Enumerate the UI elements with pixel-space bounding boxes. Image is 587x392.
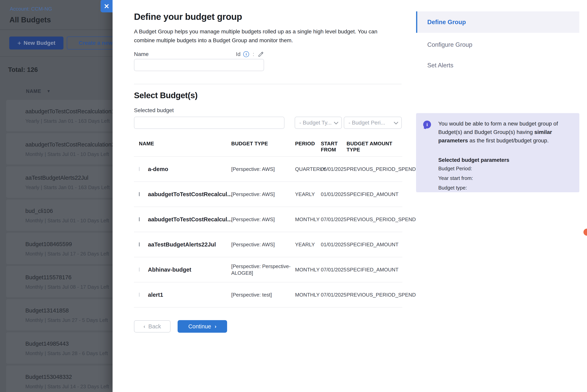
row-amount: SPECIFIED_AMOUNT [346, 267, 402, 273]
chevron-down-icon [394, 120, 398, 124]
row-name: aabudgetToTestCostRecalcul... [148, 216, 231, 223]
row-type: [Perspective: AWS] [231, 166, 295, 172]
selected-budget-label: Selected budget [134, 107, 174, 114]
budget-card[interactable]: bud_cli106 Monthly | Starts Jul 01 - 10 … [6, 200, 116, 231]
budget-card-meta: Monthly | Starts Jun 27 - 5 Days Left [25, 317, 108, 323]
col-header-name: NAME [139, 140, 231, 153]
sort-caret-icon: ▼ [47, 89, 51, 94]
budget-card[interactable]: aabudgetToTestCostRecalculation1 Yearly … [6, 100, 116, 132]
param-budget-period: Budget Period: [438, 164, 473, 174]
page-title: All Budgets [10, 16, 51, 24]
new-budget-button[interactable]: + New Budget [9, 36, 64, 50]
budget-type-filter-select[interactable]: - Budget Ty... [295, 117, 342, 129]
step-define-group-label: Define Group [427, 19, 466, 26]
group-name-input[interactable] [134, 59, 264, 71]
col-header-start: START FROM [321, 140, 346, 153]
continue-label: Continue [188, 323, 211, 330]
row-amount: SPECIFIED_AMOUNT [346, 242, 402, 248]
budget-card-meta: Monthly | Starts Jul 17 - 26 Days Left [25, 251, 109, 257]
param-year-start: Year start from: [438, 174, 473, 183]
row-amount: PREVIOUS_PERIOD_SPEND [346, 216, 420, 222]
list-sort-header[interactable]: NAME ▼ [26, 88, 51, 94]
row-name: aabudgetToTestCostRecalcul... [148, 191, 231, 198]
row-start: 07/01/2025 [321, 267, 346, 273]
budget-card[interactable]: Budget153048332 Monthly | Starts Jul 14 … [6, 366, 116, 392]
budget-group-drawer: ✕ Define your budget group A Budget Grou… [112, 0, 587, 392]
row-checkbox[interactable] [139, 293, 140, 297]
list-header-label: NAME [26, 88, 41, 94]
budget-card-name: bud_cli106 [25, 208, 53, 214]
drawer-title: Define your budget group [134, 12, 242, 22]
plus-icon: + [17, 40, 21, 46]
divider [0, 30, 118, 30]
id-label: Id [236, 51, 240, 57]
budget-card[interactable]: Budget14985443 Monthly | Starts Jun 28 -… [6, 332, 116, 364]
budget-card[interactable]: aaTestBudgetAlerts22Jul Yearly | Starts … [6, 166, 116, 198]
row-type: [Perspective: AWS] [231, 242, 295, 248]
row-checkbox[interactable] [139, 217, 140, 221]
create-budget-group-label: Create a new B [78, 40, 118, 46]
row-checkbox[interactable] [139, 242, 140, 246]
budget-card-name: aaTestBudgetAlerts22Jul [25, 174, 88, 181]
budget-period-filter-value: - Budget Peri... [348, 120, 385, 126]
row-period: MONTHLY [295, 267, 321, 273]
row-checkbox[interactable] [139, 167, 140, 171]
param-budget-type: Budget type: [438, 183, 473, 193]
budget-card-meta: Yearly | Starts Jan 01 - 163 Days Left [25, 118, 110, 124]
row-period: MONTHLY [295, 292, 321, 298]
budget-card-name: Budget14985443 [25, 340, 69, 347]
budget-period-filter-select[interactable]: - Budget Peri... [344, 117, 402, 129]
select-budgets-heading: Select Budget(s) [134, 91, 198, 100]
step-configure-group-label: Configure Group [427, 41, 472, 48]
row-type: [Perspective: AWS] [231, 191, 295, 197]
budget-card-meta: Monthly | Starts Jul 01 - 10 Days Left [25, 151, 109, 157]
budget-card[interactable]: Budget13141858 Monthly | Starts Jun 27 -… [6, 299, 116, 330]
selected-budget-parameters-list: Budget Period: Year start from: Budget t… [438, 164, 473, 193]
wizard-steps: Define Group Configure Group Set Alerts [416, 12, 579, 71]
row-amount: PREVIOUS_PERIOD_SPEND [346, 292, 420, 298]
info-panel-text: You would be able to form a new budget g… [438, 120, 574, 145]
name-id-row: Name Id i : [134, 50, 264, 57]
budget-card[interactable]: Budget108465599 Monthly | Starts Jul 17 … [6, 233, 116, 264]
budget-card[interactable]: Budget115578176 Monthly | Starts Jul 08 … [6, 266, 116, 297]
row-period: YEARLY [295, 191, 321, 197]
account-breadcrumb[interactable]: Account: CCM-NG [10, 6, 52, 12]
col-header-type: BUDGET TYPE [231, 140, 295, 153]
table-row: a-demo [Perspective: AWS] QUARTERLY 06/0… [134, 157, 402, 182]
name-label: Name [134, 51, 149, 57]
row-amount: SPECIFIED_AMOUNT [346, 191, 402, 197]
divider [0, 56, 118, 57]
budget-type-filter-value: - Budget Ty... [300, 120, 332, 126]
row-name: aaTestBudgetAlerts22Jul [148, 241, 231, 248]
row-start: 01/01/2025 [321, 242, 346, 248]
edit-id-pencil-icon[interactable] [258, 51, 264, 57]
continue-button[interactable]: Continue › [178, 320, 227, 333]
back-button[interactable]: ‹ Back [134, 320, 170, 332]
row-checkbox[interactable] [139, 192, 140, 196]
screen: Account: CCM-NG All Budgets + New Budget… [0, 0, 587, 392]
budget-table-header: NAME BUDGET TYPE PERIOD START FROM BUDGE… [134, 136, 402, 157]
budget-card[interactable]: aabudgetToTestCostRecalculation2 Monthly… [6, 133, 116, 164]
info-text-part2: as the first budget/budget group. [468, 138, 549, 144]
step-configure-group[interactable]: Configure Group [416, 39, 579, 50]
table-row: aabudgetToTestCostRecalcul... [Perspecti… [134, 182, 402, 207]
row-start: 07/01/2025 [321, 216, 346, 222]
row-name: alert1 [148, 292, 231, 298]
info-bubble-icon: i [423, 120, 431, 128]
row-type: [Perspective: Perspective-ALOGE8] [231, 263, 295, 276]
id-colon: : [252, 51, 255, 57]
close-button[interactable]: ✕ [100, 0, 112, 12]
budget-search-input[interactable] [134, 117, 284, 129]
step-set-alerts[interactable]: Set Alerts [416, 60, 579, 71]
drawer-actions: ‹ Back Continue › [134, 320, 227, 333]
budget-card-name: aabudgetToTestCostRecalculation2 [25, 142, 115, 148]
step-define-group[interactable]: Define Group [416, 12, 579, 33]
budget-card-meta: Monthly | Starts Jul 01 - 10 Days Left [25, 218, 109, 224]
row-start: 07/01/2025 [321, 292, 346, 298]
row-checkbox[interactable] [139, 268, 140, 272]
budget-card-meta: Yearly | Starts Jan 01 - 163 Days Left [25, 184, 110, 190]
row-start: 06/01/2025 [321, 166, 346, 172]
id-info-icon[interactable]: i [243, 51, 249, 57]
budget-card-name: Budget108465599 [25, 241, 72, 248]
budget-card-name: Budget153048332 [25, 374, 72, 380]
